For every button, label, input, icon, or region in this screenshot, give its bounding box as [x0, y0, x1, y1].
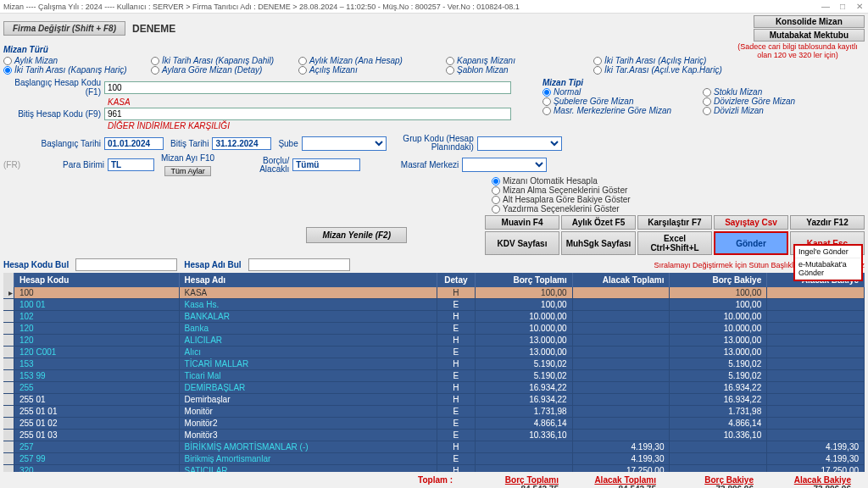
grid-header: Hesap Kodu Hesap Adı Detay Borç Toplamı …	[3, 273, 865, 287]
table-row[interactable]: 153 TİCARİ MALLAR H 5.190,02 5.190,02	[3, 358, 865, 370]
bas-hesap-desc: KASA	[108, 97, 131, 107]
mizan-turu-radio[interactable]: Aylara Göre Mizan (Detay)	[151, 65, 295, 75]
hesap-adi-bul-input[interactable]	[248, 258, 350, 271]
mizan-turu-radio[interactable]: Şablon Mizan	[446, 65, 590, 75]
action-button[interactable]: Sayıştay Csv	[714, 215, 788, 230]
mizan-turu-radio[interactable]: Kapanış Mizanı	[446, 56, 590, 65]
table-row[interactable]: 255 01 Demirbaşlar H 16.934,22 16.934,22	[3, 394, 865, 406]
hesap-kodu-bul-input[interactable]	[75, 258, 177, 271]
table-row[interactable]: 257 BİRİKMİŞ AMORTİSMANLAR (-) H 4.199,3…	[3, 441, 865, 453]
para-label: Para Birimi	[27, 160, 104, 169]
col-hesap-kodu[interactable]: Hesap Kodu	[14, 273, 180, 287]
mizan-tipi-radio[interactable]: Stoklu Mizan	[703, 87, 860, 97]
action-button[interactable]: KDV Sayfası	[485, 231, 559, 255]
action-button[interactable]: Karşılaştır F7	[637, 215, 712, 230]
mizan-turu-radio[interactable]: Aylık Mizan	[3, 56, 147, 65]
bit-tarih-label: Bitiş Tarihi	[170, 139, 209, 148]
mizan-turu-radio[interactable]: Aylık Mizan (Ana Hesap)	[298, 56, 442, 65]
table-row[interactable]: 120 C001 Alıcı E 13.000,00 13.000,00	[3, 347, 865, 358]
bas-hesap-label: Başlangıç Hesap Kodu (F1)	[3, 78, 101, 97]
maximize-icon[interactable]: □	[837, 2, 848, 12]
totals-column: Alacak Toplamı84.542,75	[559, 475, 656, 488]
bit-tarih-input[interactable]	[212, 137, 271, 150]
mizan-yenile-button[interactable]: Mizan Yenile (F2)	[306, 227, 407, 243]
bit-hesap-desc: DİĞER İNDİRİMLER KARŞILIĞI	[108, 121, 230, 130]
table-row[interactable]: 255 DEMİRBAŞLAR H 16.934,22 16.934,22	[3, 382, 865, 394]
action-button[interactable]: Gönder	[714, 231, 788, 255]
mizan-tipi-radio[interactable]: Dövizlere Göre Mizan	[703, 97, 860, 106]
option-radio[interactable]: Yazdırma Seçeneklerini Göster	[492, 204, 868, 214]
table-row[interactable]: 320 SATICILAR H 17.250,00 17.250,00	[3, 465, 865, 472]
col-borc-toplami[interactable]: Borç Toplamı	[476, 273, 573, 287]
konsolide-mizan-button[interactable]: Konsolide Mizan	[754, 15, 865, 28]
mizan-tipi-radio[interactable]: Normal	[542, 87, 699, 97]
action-button[interactable]: Muavin F4	[485, 215, 559, 230]
mizan-ayi-label: Mizan Ayı F10	[161, 153, 214, 163]
dropdown-item[interactable]: Ingel'e Gönder	[795, 246, 861, 258]
sube-label: Şube	[278, 139, 298, 148]
option-radio[interactable]: Mizan Alma Seçeneklerini Göster	[492, 186, 868, 195]
table-row[interactable]: 120 ALICILAR H 13.000,00 13.000,00	[3, 335, 865, 347]
action-button[interactable]: Excel Ctrl+Shift+L	[637, 231, 712, 255]
tum-aylar-button[interactable]: Tüm Aylar	[164, 166, 210, 176]
totals-column: Borç Toplamı84.542,75	[461, 475, 559, 488]
mizan-tipi-radio[interactable]: Dövizli Mizan	[703, 106, 860, 115]
action-button[interactable]: Aylık Özet F5	[561, 215, 636, 230]
mizan-turu-radio[interactable]: İki Tar.Arası (Açıl.ve Kap.Hariç)	[593, 65, 737, 75]
totals-column: Alacak Bakiye73.806,96	[754, 475, 851, 488]
bit-hesap-input[interactable]	[104, 108, 511, 120]
mizan-turu-radio[interactable]: İki Tarih Arası (Açılış Hariç)	[593, 56, 737, 65]
sube-select[interactable]	[302, 136, 387, 151]
hesap-kodu-bul-label: Hesap Kodu Bul	[3, 260, 69, 269]
table-row[interactable]: 257 99 Birikmiş Amortismanlar E 4.199,30…	[3, 453, 865, 465]
grup-select[interactable]	[477, 136, 562, 151]
close-icon[interactable]: ✕	[854, 2, 865, 12]
bas-tarih-input[interactable]	[104, 137, 164, 150]
table-row[interactable]: ▸ 100 KASA H 100,00 100,00	[3, 287, 865, 299]
table-row[interactable]: 255 01 01 Monitör E 1.731,98 1.731,98	[3, 406, 865, 418]
titlebar: Mizan ---- Çalışma Yılı : 2024 ---- Kull…	[0, 0, 868, 14]
note-text: (Sadece cari bilgi tablosunda kayıtlı ol…	[731, 42, 865, 59]
mizan-tipi-radio[interactable]: Şubelere Göre Mizan	[542, 97, 699, 106]
mizan-turu-radio[interactable]: Açılış Mizanı	[298, 65, 442, 75]
table-row[interactable]: 100 01 Kasa Hs. E 100,00 100,00	[3, 299, 865, 311]
bas-tarih-label: Başlangıç Tarihi	[3, 139, 101, 148]
borclu-input[interactable]	[292, 158, 360, 171]
table-row[interactable]: 120 Banka E 10.000,00 10.000,00	[3, 323, 865, 335]
table-row[interactable]: 255 01 02 Monitör2 E 4.866,14 4.866,14	[3, 418, 865, 430]
bit-hesap-label: Bitiş Hesap Kodu (F9)	[3, 109, 101, 119]
table-row[interactable]: 255 01 03 Monitör3 E 10.336,10 10.336,10	[3, 430, 865, 441]
col-detay[interactable]: Detay	[437, 273, 476, 287]
col-hesap-adi[interactable]: Hesap Adı	[180, 273, 437, 287]
option-radio[interactable]: Alt Hesaplara Göre Bakiye Göster	[492, 195, 868, 204]
borclu-label: Borçlu/ Alacaklı	[247, 157, 289, 174]
hesap-adi-bul-label: Hesap Adı Bul	[184, 260, 241, 269]
totals-column: Borç Bakiye73.806,96	[656, 475, 754, 488]
mizan-turu-radio[interactable]: İki Tarih Arası (Kapanış Dahil)	[151, 56, 295, 65]
masraf-label: Masraf Merkezi	[382, 160, 459, 169]
table-row[interactable]: 102 BANKALAR H 10.000,00 10.000,00	[3, 311, 865, 323]
table-row[interactable]: 153 99 Ticari Mal E 5.190,02 5.190,02	[3, 370, 865, 382]
firma-name: DENEME	[132, 23, 754, 35]
action-button[interactable]: MuhSgk Sayfası	[561, 231, 636, 255]
titlebar-text: Mizan ---- Çalışma Yılı : 2024 ---- Kull…	[3, 3, 520, 11]
para-input[interactable]	[108, 158, 154, 171]
dropdown-item[interactable]: e-Mutabakat'a Gönder	[795, 258, 861, 280]
mizan-tipi-radio[interactable]: Masr. Merkezlerine Göre Mizan	[542, 106, 699, 115]
firma-degistir-button[interactable]: Firma Değiştir (Shift + F8)	[3, 21, 125, 36]
option-radio[interactable]: Mizanı Otomatik Hesapla	[492, 176, 868, 186]
col-alacak-toplami[interactable]: Alacak Toplamı	[573, 273, 670, 287]
col-borc-bakiye[interactable]: Borç Bakiye	[670, 273, 767, 287]
mizan-tipi-label: Mizan Tipi	[542, 78, 865, 87]
grup-label: Grup Kodu (Hesap Planındaki)	[393, 135, 474, 152]
toplam-label: Toplam :	[3, 475, 461, 488]
gonder-dropdown: Ingel'e Gönder e-Mutabakat'a Gönder	[793, 244, 863, 281]
fr-label: (FR)	[3, 160, 20, 169]
masraf-select[interactable]	[462, 158, 547, 172]
minimize-icon[interactable]: —	[821, 2, 831, 12]
action-button[interactable]: Yazdır F12	[790, 215, 865, 230]
mutabakat-mektubu-button[interactable]: Mutabakat Mektubu	[754, 29, 865, 42]
bas-hesap-input[interactable]	[104, 81, 511, 94]
mizan-turu-radio[interactable]: İki Tarih Arası (Kapanış Hariç)	[3, 65, 147, 75]
